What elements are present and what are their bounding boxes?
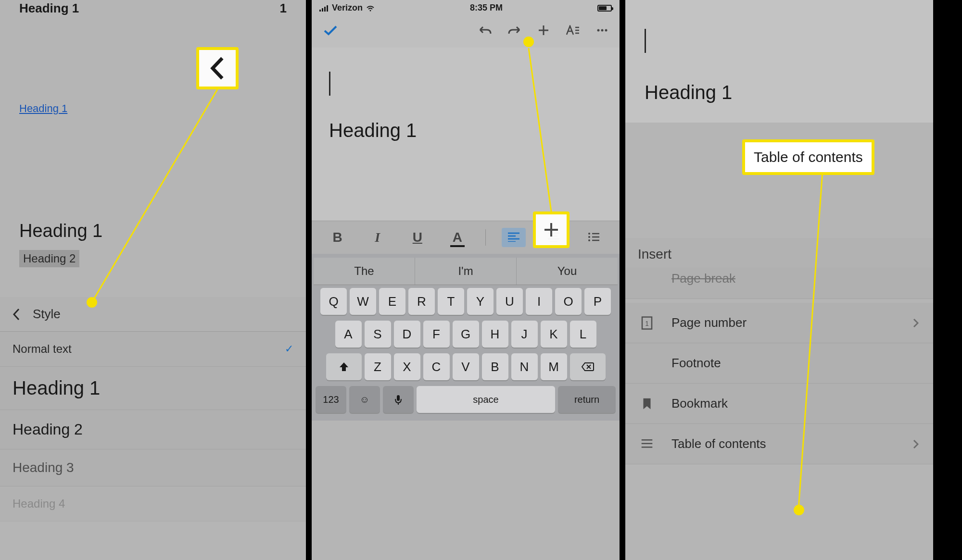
key-m[interactable]: M xyxy=(541,353,567,380)
key-n[interactable]: N xyxy=(511,353,538,380)
key-u[interactable]: U xyxy=(496,288,523,315)
svg-point-4 xyxy=(370,10,371,11)
more-icon[interactable] xyxy=(596,28,608,32)
key-q[interactable]: Q xyxy=(320,288,347,315)
key-f[interactable]: F xyxy=(423,321,450,348)
battery-icon xyxy=(597,5,612,12)
suggestion-3[interactable]: You xyxy=(517,258,618,285)
key-o[interactable]: O xyxy=(555,288,582,315)
text-cursor xyxy=(329,72,330,96)
key-g[interactable]: G xyxy=(453,321,479,348)
key-s[interactable]: S xyxy=(365,321,391,348)
done-button[interactable] xyxy=(323,25,338,36)
outline-heading-label: Heading 1 xyxy=(19,1,79,16)
outline-heading-num: 1 xyxy=(280,1,287,16)
svg-point-6 xyxy=(601,29,604,32)
insert-bookmark[interactable]: Bookmark xyxy=(625,384,933,424)
backspace-key[interactable] xyxy=(570,353,606,380)
editor-toolbar xyxy=(312,16,620,48)
doc-heading-1: Heading 1 xyxy=(19,221,287,241)
key-h[interactable]: H xyxy=(482,321,508,348)
annotation-dot xyxy=(794,505,804,515)
chevron-right-icon xyxy=(913,439,919,449)
emoji-key[interactable]: ☺ xyxy=(349,386,380,413)
toc-link[interactable]: Heading 1 xyxy=(19,102,67,115)
outline-heading-row: Heading 1 1 xyxy=(19,0,287,16)
carrier-label: Verizon xyxy=(332,3,363,13)
style-option-h3[interactable]: Heading 3 xyxy=(0,449,306,486)
keyboard: The I'm You QWERTYUIOP ASDFGHJKL ZXCVBNM… xyxy=(312,254,620,421)
insert-page-break[interactable]: Page break xyxy=(625,267,933,299)
bookmark-icon xyxy=(640,397,654,411)
insert-panel-header: Insert xyxy=(625,238,933,271)
clock-label: 8:35 PM xyxy=(470,3,503,13)
annotation-dot xyxy=(523,37,534,47)
keyboard-row-1: QWERTYUIOP xyxy=(314,285,618,318)
mic-key[interactable] xyxy=(383,386,414,413)
keyboard-row-3: ZXCVBNM xyxy=(314,350,618,383)
style-option-h4[interactable]: Heading 4 xyxy=(0,486,306,522)
document-body[interactable]: Heading 1 xyxy=(312,48,620,221)
doc-heading: Heading 1 xyxy=(645,82,914,103)
key-w[interactable]: W xyxy=(350,288,376,315)
annotation-toc-box: Table of contents xyxy=(742,139,874,175)
underline-button[interactable]: U xyxy=(405,230,430,245)
numeric-key[interactable]: 123 xyxy=(316,386,346,413)
key-l[interactable]: L xyxy=(570,321,596,348)
insert-plus-icon[interactable] xyxy=(538,25,549,36)
doc-heading: Heading 1 xyxy=(329,120,602,141)
key-p[interactable]: P xyxy=(584,288,611,315)
undo-icon[interactable] xyxy=(478,25,492,36)
svg-point-10 xyxy=(588,239,590,241)
suggestion-1[interactable]: The xyxy=(314,258,415,285)
key-c[interactable]: C xyxy=(423,353,450,380)
chevron-left-icon xyxy=(209,56,226,80)
status-bar: Verizon 8:35 PM xyxy=(312,0,620,16)
keyboard-row-2: ASDFGHJKL xyxy=(314,318,618,350)
shift-key[interactable] xyxy=(326,353,362,380)
key-i[interactable]: I xyxy=(526,288,552,315)
format-bar: B I U A xyxy=(312,221,620,254)
key-a[interactable]: A xyxy=(335,321,362,348)
key-t[interactable]: T xyxy=(438,288,464,315)
space-key[interactable]: space xyxy=(417,386,555,413)
text-color-button[interactable]: A xyxy=(445,230,469,245)
key-e[interactable]: E xyxy=(379,288,405,315)
key-y[interactable]: Y xyxy=(467,288,494,315)
text-cursor xyxy=(645,29,646,53)
redo-icon[interactable] xyxy=(508,25,521,36)
annotation-dot xyxy=(87,297,97,308)
key-k[interactable]: K xyxy=(541,321,567,348)
plus-icon xyxy=(543,222,559,238)
chevron-left-icon xyxy=(13,308,20,321)
svg-point-5 xyxy=(597,29,600,32)
key-d[interactable]: D xyxy=(394,321,420,348)
document-body[interactable]: Heading 1 xyxy=(625,0,933,123)
insert-page-number[interactable]: 1 Page number xyxy=(625,303,933,343)
insert-footnote[interactable]: Footnote xyxy=(625,343,933,384)
key-z[interactable]: Z xyxy=(365,353,391,380)
style-option-normal[interactable]: Normal text ✓ xyxy=(0,332,306,367)
italic-button[interactable]: I xyxy=(366,230,390,245)
style-option-h2[interactable]: Heading 2 xyxy=(0,410,306,449)
style-panel-header[interactable]: Style xyxy=(0,297,306,332)
panel-style-picker: Heading 1 1 Heading 1 Heading 1 Heading … xyxy=(0,0,306,560)
suggestion-2[interactable]: I'm xyxy=(415,258,517,285)
wifi-icon xyxy=(366,5,375,12)
text-format-icon[interactable] xyxy=(566,25,580,36)
svg-rect-3 xyxy=(327,5,328,12)
style-option-h1[interactable]: Heading 1 xyxy=(0,367,306,410)
bullet-list-button[interactable] xyxy=(582,230,606,245)
insert-table-of-contents[interactable]: Table of contents xyxy=(625,424,933,464)
key-v[interactable]: V xyxy=(453,353,479,380)
return-key[interactable]: return xyxy=(558,386,616,413)
bold-button[interactable]: B xyxy=(326,230,350,245)
svg-rect-11 xyxy=(397,395,400,401)
key-b[interactable]: B xyxy=(482,353,508,380)
key-x[interactable]: X xyxy=(394,353,420,380)
toc-icon xyxy=(640,437,654,451)
page-number-icon: 1 xyxy=(640,316,654,330)
align-left-button[interactable] xyxy=(502,228,526,247)
key-r[interactable]: R xyxy=(408,288,435,315)
key-j[interactable]: J xyxy=(511,321,538,348)
